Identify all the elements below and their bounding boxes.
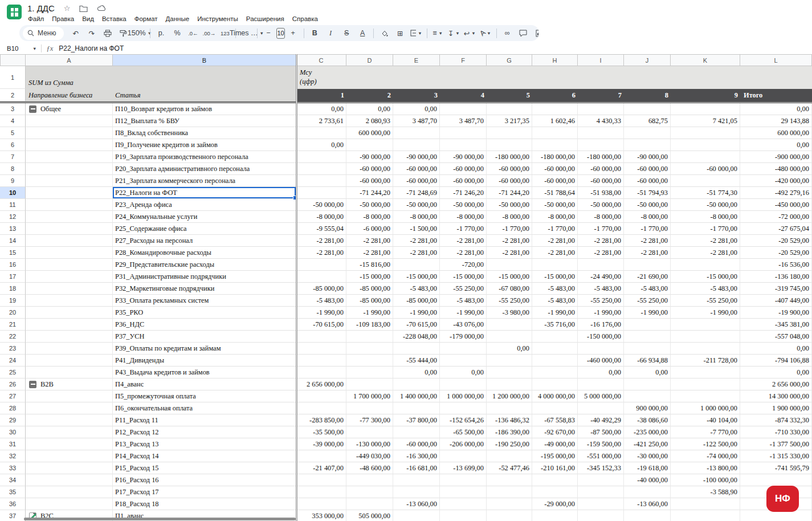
value-cell[interactable] <box>671 510 740 521</box>
value-cell[interactable]: -55 250,00 <box>440 283 487 295</box>
row-header-27[interactable]: 27 <box>0 390 26 402</box>
group-cell-28[interactable] <box>26 402 113 414</box>
article-cell-11[interactable]: Р23_Аренда офиса <box>113 199 296 211</box>
value-cell[interactable]: -2 281,00 <box>346 235 393 247</box>
group-cell-20[interactable] <box>26 307 113 319</box>
month-header-4[interactable]: 4 <box>440 89 487 101</box>
value-cell[interactable] <box>487 319 532 331</box>
value-cell[interactable] <box>532 331 578 343</box>
row-header-19[interactable]: 19 <box>0 295 26 307</box>
row-header-36[interactable]: 36 <box>0 498 26 510</box>
insert-link-button[interactable]: ∞ <box>500 27 515 40</box>
value-cell[interactable]: -38 086,60 <box>624 414 671 426</box>
article-cell-18[interactable]: Р32_Маркетинговые подрядчики <box>113 283 296 295</box>
value-cell[interactable]: -211 728,00 <box>671 355 740 367</box>
menu-Расширения[interactable]: Расширения <box>242 14 288 23</box>
value-cell[interactable]: 600 000,00 <box>346 127 393 139</box>
value-cell[interactable] <box>671 259 740 271</box>
value-cell[interactable] <box>671 343 740 355</box>
column-header-A[interactable]: A <box>26 54 113 66</box>
increase-decimal-button[interactable]: .00→ <box>201 27 217 40</box>
row-header-7[interactable]: 7 <box>0 151 26 163</box>
article-cell-35[interactable]: Р17_Расход 17 <box>113 486 296 498</box>
value-cell[interactable]: -122 500,00 <box>671 438 740 450</box>
value-cell[interactable]: 353 000,00 <box>296 510 346 521</box>
value-cell[interactable]: -71 246,20 <box>440 187 487 199</box>
value-cell[interactable] <box>624 259 671 271</box>
menu-Вид[interactable]: Вид <box>78 14 98 23</box>
value-cell[interactable] <box>440 510 487 521</box>
value-cell[interactable]: -90 000,00 <box>624 151 671 163</box>
value-cell[interactable]: -492 279,16 <box>740 187 812 199</box>
value-cell[interactable]: -7 770,00 <box>671 426 740 438</box>
strikethrough-button[interactable]: S <box>339 27 354 40</box>
menu-Правка[interactable]: Правка <box>48 14 78 23</box>
row-header-2[interactable]: 2 <box>0 89 26 101</box>
group-cell-15[interactable] <box>26 247 113 259</box>
value-cell[interactable] <box>532 486 578 498</box>
value-cell[interactable]: -71 248,69 <box>393 187 440 199</box>
currency-format-button[interactable]: р. <box>153 27 169 40</box>
value-cell[interactable] <box>346 498 393 510</box>
month-header-1[interactable]: 1 <box>296 89 346 101</box>
row-header-32[interactable]: 32 <box>0 450 26 462</box>
value-cell[interactable] <box>624 343 671 355</box>
value-cell[interactable]: -1 770,00 <box>578 223 624 235</box>
value-cell[interactable]: -15 000,00 <box>671 271 740 283</box>
value-cell[interactable]: -90 000,00 <box>440 151 487 163</box>
value-cell[interactable]: 0,00 <box>346 103 393 115</box>
group-cell-11[interactable] <box>26 199 113 211</box>
value-cell[interactable]: -420 000,00 <box>740 175 812 187</box>
value-cell[interactable]: -1 770,00 <box>440 223 487 235</box>
value-cell[interactable]: -60 000,00 <box>578 163 624 175</box>
article-cell-29[interactable]: Р11_Расход 11 <box>113 414 296 426</box>
insert-chart-icon[interactable] <box>532 27 539 40</box>
value-cell[interactable]: 2 656 000,00 <box>740 378 812 390</box>
value-cell[interactable]: -15 000,00 <box>487 271 532 283</box>
value-cell[interactable]: -190 250,00 <box>487 438 532 450</box>
value-cell[interactable]: -60 000,00 <box>487 163 532 175</box>
text-rotation-button[interactable]: A▼ <box>478 27 493 40</box>
value-cell[interactable] <box>671 175 740 187</box>
value-cell[interactable]: 1 700 000,00 <box>346 390 393 402</box>
row-header-1[interactable]: 1 <box>0 66 26 89</box>
group-cell-17[interactable] <box>26 271 113 283</box>
value-cell[interactable]: -1 990,00 <box>532 307 578 319</box>
article-cell-36[interactable]: Р18_Расход 18 <box>113 498 296 510</box>
value-cell[interactable] <box>296 355 346 367</box>
value-cell[interactable] <box>624 390 671 402</box>
value-cell[interactable]: -16 681,00 <box>393 462 440 474</box>
value-cell[interactable] <box>487 498 532 510</box>
column-header-L[interactable]: L <box>740 54 812 66</box>
row-header-25[interactable]: 25 <box>0 367 26 378</box>
row-header-9[interactable]: 9 <box>0 175 26 187</box>
group-cell-34[interactable] <box>26 474 113 486</box>
value-cell[interactable] <box>578 343 624 355</box>
month-header-3[interactable]: 3 <box>393 89 440 101</box>
value-cell[interactable]: 0,00 <box>624 367 671 378</box>
value-cell[interactable]: -5 483,00 <box>393 283 440 295</box>
row-header-35[interactable]: 35 <box>0 486 26 498</box>
month-header-9[interactable]: 9 <box>671 89 740 101</box>
value-cell[interactable]: -43 076,00 <box>440 319 487 331</box>
value-cell[interactable] <box>487 259 532 271</box>
value-cell[interactable]: -8 000,00 <box>532 211 578 223</box>
value-cell[interactable] <box>532 127 578 139</box>
value-cell[interactable]: -407 449,00 <box>740 295 812 307</box>
group-cell-36[interactable] <box>26 498 113 510</box>
value-cell[interactable]: -2 281,00 <box>624 235 671 247</box>
group-cell-33[interactable] <box>26 462 113 474</box>
value-cell[interactable]: -2 281,00 <box>532 235 578 247</box>
value-cell[interactable]: -51 938,00 <box>578 187 624 199</box>
article-cell-27[interactable]: П5_промежуточная оплата <box>113 390 296 402</box>
value-cell[interactable]: -13 060,00 <box>393 498 440 510</box>
value-cell[interactable] <box>532 103 578 115</box>
pivot-function-cell[interactable]: SUM из Сумма <box>26 66 296 89</box>
value-cell[interactable]: -2 281,00 <box>440 235 487 247</box>
font-select[interactable]: Times …▼ <box>239 27 254 40</box>
value-cell[interactable]: -16 300,00 <box>393 450 440 462</box>
value-cell[interactable]: -5 483,00 <box>624 283 671 295</box>
value-cell[interactable]: -60 000,00 <box>624 163 671 175</box>
value-cell[interactable] <box>671 151 740 163</box>
value-cell[interactable] <box>393 127 440 139</box>
